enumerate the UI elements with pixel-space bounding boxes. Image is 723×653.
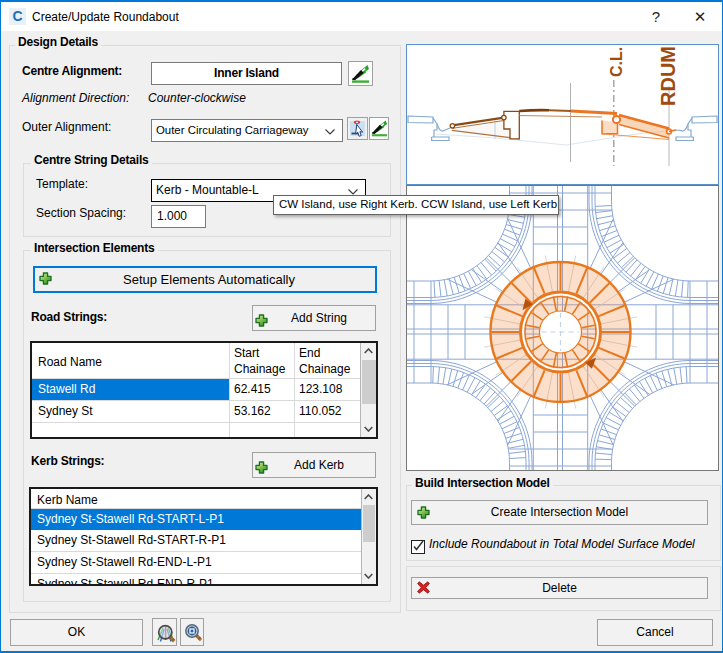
svg-text:C.L.: C.L. — [608, 47, 625, 77]
svg-text:RDUM: RDUM — [657, 46, 679, 106]
